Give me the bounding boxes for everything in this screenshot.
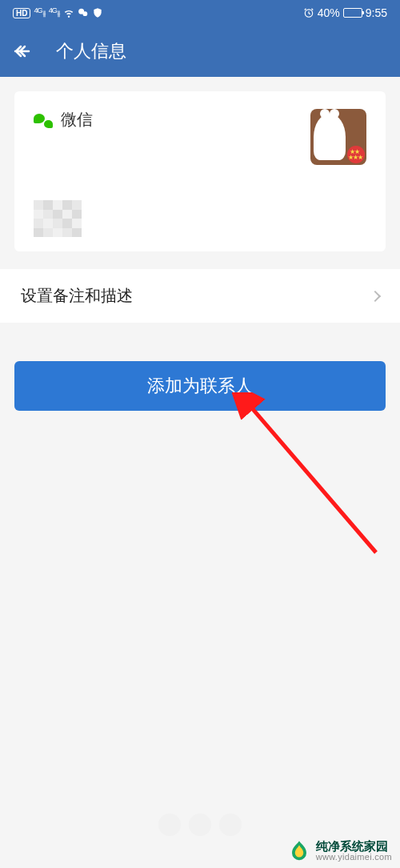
clock: 9:55	[366, 6, 387, 19]
sim1-signal: 4G⫵	[34, 6, 45, 19]
status-bar: HD 4G⫵ 4G⫵ 40% 9:55	[0, 0, 400, 26]
app-bar: 个人信息	[0, 26, 400, 77]
status-left: HD 4G⫵ 4G⫵	[13, 6, 103, 19]
battery-percent: 40%	[318, 6, 340, 19]
service-name: 微信	[61, 109, 93, 131]
watermark-title: 纯净系统家园	[316, 840, 392, 853]
wifi-icon	[63, 7, 74, 18]
add-contact-button[interactable]: 添加为联系人	[14, 361, 386, 411]
sim2-signal: 4G⫵	[49, 6, 60, 19]
chevron-right-icon	[370, 290, 381, 301]
watermark-url: www.yidaimei.com	[316, 853, 392, 862]
background-decoration	[158, 814, 242, 836]
page-title: 个人信息	[56, 39, 126, 63]
svg-point-1	[82, 11, 87, 16]
watermark-logo-icon	[287, 839, 311, 863]
redacted-username	[34, 200, 82, 237]
svg-line-4	[248, 404, 376, 553]
messages-icon	[78, 7, 89, 18]
wechat-icon	[34, 112, 53, 128]
profile-card: 微信	[14, 91, 386, 251]
alarm-icon	[303, 7, 314, 18]
back-button[interactable]	[13, 42, 32, 61]
hd-badge: HD	[13, 8, 30, 18]
set-remark-row[interactable]: 设置备注和描述	[0, 269, 400, 323]
watermark: 纯净系统家园 www.yidaimei.com	[279, 834, 400, 868]
set-remark-label: 设置备注和描述	[21, 285, 133, 307]
service-row: 微信	[34, 109, 93, 131]
status-right: 40% 9:55	[303, 6, 387, 19]
shield-icon	[92, 7, 103, 18]
avatar[interactable]	[310, 109, 366, 165]
battery-icon	[343, 8, 362, 18]
